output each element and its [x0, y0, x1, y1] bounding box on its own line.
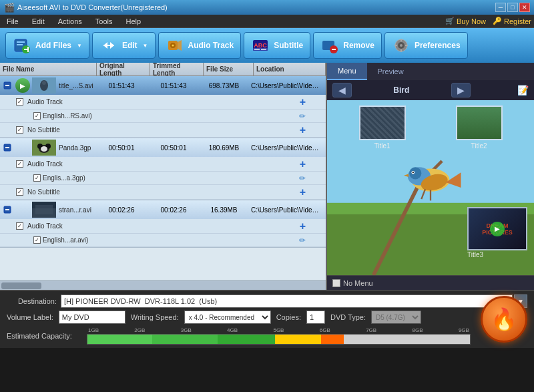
remove-button[interactable]: Remove — [313, 32, 382, 59]
audio-track-button[interactable]: Audio Track — [158, 32, 242, 59]
title3-label: Title3 — [467, 251, 483, 258]
table-row[interactable]: ▶ title_...S.avi 01:51:43 01:51:43 698.7… — [0, 76, 326, 138]
preferences-button[interactable]: Preferences — [384, 32, 468, 59]
audio-checkbox-2[interactable]: ✓ — [16, 160, 23, 168]
no-menu-row: No Menu — [327, 275, 534, 290]
writing-speed-label: Writing Speed: — [131, 313, 179, 321]
add-audio-button-3[interactable]: + — [300, 220, 306, 232]
cap-seg-2 — [152, 335, 217, 344]
volume-label: Volume Label: — [7, 313, 53, 321]
menu-right-actions: 🛒 Buy Now 🔑 Register — [445, 17, 531, 25]
menu-edit[interactable]: Edit — [28, 15, 49, 27]
audio-checkbox-3[interactable]: ✓ — [16, 222, 23, 230]
no-menu-label: No Menu — [343, 279, 373, 287]
edit-icon — [99, 36, 118, 55]
copies-label: Copies: — [276, 313, 301, 321]
preview-edit-icon[interactable]: 📝 — [517, 85, 529, 95]
menu-bar: File Edit Actions Tools Help 🛒 Buy Now 🔑… — [0, 15, 534, 28]
menu-tools[interactable]: Tools — [91, 15, 117, 27]
edit-button[interactable]: Edit ▼ — [92, 32, 156, 59]
table-row[interactable]: stran...r.avi 00:02:26 00:02:26 16.39MB … — [0, 200, 326, 248]
bottom-panel: Destination: ▼ Volume Label: Writing Spe… — [0, 290, 534, 348]
app-icon: 🎬 — [4, 3, 15, 13]
dvd-type-select[interactable]: D5 (4.7G) — [371, 311, 421, 324]
orig-len-3: 00:02:26 — [95, 206, 148, 214]
audio-checkbox-area-3: ✓ Audio Track — [16, 222, 63, 230]
audio-lang-checkbox-3[interactable]: ✓ — [33, 236, 41, 244]
tab-preview[interactable]: Preview — [367, 63, 415, 80]
table-row[interactable]: Panda.3gp 00:50:01 00:50:01 180.69MB C:\… — [0, 138, 326, 200]
audio-lang-checkbox-2[interactable]: ✓ — [33, 174, 41, 182]
cap-seg-6 — [344, 335, 470, 344]
next-arrow[interactable]: ▶ — [451, 83, 471, 97]
header-trim-len: Trimmed Length — [150, 63, 204, 75]
location-2: C:\Users\Public\Videos\ais... — [248, 144, 324, 152]
capacity-bar-area: 1GB 2GB 3GB 4GB 5GB 6GB 7GB 8GB 9GB — [87, 327, 471, 345]
audio-track-icon — [166, 36, 184, 55]
audio-checkbox-area-2: ✓ Audio Track — [16, 160, 63, 168]
file-row-main-2[interactable]: Panda.3gp 00:50:01 00:50:01 180.69MB C:\… — [0, 138, 326, 157]
play-icon-1[interactable]: ▶ — [15, 78, 30, 93]
subtitle-checkbox-2[interactable]: ✓ — [16, 188, 23, 196]
title3-thumb[interactable]: DREAMPICTURES ▶ Title3 — [467, 207, 527, 258]
no-menu-checkbox[interactable] — [332, 279, 340, 287]
menu-actions[interactable]: Actions — [54, 15, 86, 27]
maximize-button[interactable]: □ — [507, 3, 518, 12]
edit-audio-button-1[interactable]: ✏ — [299, 112, 306, 121]
add-subtitle-button-1[interactable]: + — [300, 124, 306, 136]
horizontal-scrollbar[interactable] — [0, 280, 326, 290]
add-audio-button-1[interactable]: + — [300, 96, 306, 108]
audio-track-row-2: ✓ Audio Track + — [0, 157, 326, 172]
title-thumbnails: Title1 Title2 — [334, 106, 527, 150]
menu-help[interactable]: Help — [121, 15, 145, 27]
preferences-icon — [392, 36, 411, 55]
audio-lang-row-2: ✓ Englis...a.3gp) ✏ — [0, 172, 326, 185]
svg-rect-40 — [5, 209, 9, 210]
close-button[interactable]: ✕ — [519, 3, 530, 12]
file-row-main-1[interactable]: ▶ title_...S.avi 01:51:43 01:51:43 698.7… — [0, 76, 326, 95]
prev-arrow[interactable]: ◀ — [332, 83, 352, 97]
svg-rect-25 — [394, 45, 397, 46]
preview-tabs: Menu Preview — [327, 63, 534, 80]
file-row-main-3[interactable]: stran...r.avi 00:02:26 00:02:26 16.39MB … — [0, 200, 326, 219]
audio-track-row-3: ✓ Audio Track + — [0, 219, 326, 234]
menu-file[interactable]: File — [3, 15, 23, 27]
volume-input[interactable] — [59, 311, 125, 324]
row-collapse-icon-2 — [1, 144, 13, 152]
svg-rect-15 — [254, 49, 260, 50]
burn-button[interactable]: 🔥 — [481, 296, 527, 343]
writing-speed-select[interactable]: x 4.0 - Recommended — [184, 311, 271, 324]
subtitle-button[interactable]: ABC Subtitle — [244, 32, 310, 59]
register-button[interactable]: 🔑 Register — [493, 17, 531, 25]
subtitle-row-2: ✓ No Subtitle + — [0, 185, 326, 200]
buy-now-button[interactable]: 🛒 Buy Now — [445, 17, 486, 25]
svg-marker-8 — [103, 42, 107, 49]
destination-label: Destination: — [7, 297, 57, 305]
add-files-icon — [13, 36, 31, 55]
title2-thumb[interactable]: Title2 — [456, 106, 503, 150]
edit-audio-button-2[interactable]: ✏ — [299, 174, 306, 183]
thumbnail-1 — [32, 77, 56, 93]
scrollbar-thumb[interactable] — [1, 282, 41, 289]
edit-audio-button-3[interactable]: ✏ — [299, 236, 306, 245]
svg-rect-33 — [5, 147, 9, 148]
subtitle-checkbox-1[interactable]: ✓ — [16, 126, 23, 134]
svg-rect-16 — [261, 49, 266, 50]
add-audio-button-2[interactable]: + — [300, 158, 306, 170]
add-files-button[interactable]: Add Files ▼ — [5, 32, 89, 59]
add-subtitle-button-2[interactable]: + — [300, 186, 306, 198]
cap-seg-5 — [321, 335, 344, 344]
copies-input[interactable] — [306, 311, 325, 324]
audio-lang-checkbox-1[interactable]: ✓ — [33, 112, 41, 120]
file-list-body: ▶ title_...S.avi 01:51:43 01:51:43 698.7… — [0, 76, 326, 280]
title1-thumb[interactable]: Title1 — [359, 106, 406, 150]
destination-input[interactable] — [61, 295, 513, 308]
title2-label: Title2 — [471, 142, 487, 150]
title3-play-button[interactable]: ▶ — [490, 222, 505, 236]
orig-len-1: 01:51:43 — [95, 82, 148, 89]
filename-2: Panda.3gp — [59, 144, 95, 152]
minimize-button[interactable]: ─ — [495, 3, 506, 12]
preview-nav: ◀ Bird ▶ 📝 — [327, 80, 534, 100]
tab-menu[interactable]: Menu — [327, 63, 367, 80]
audio-checkbox-1[interactable]: ✓ — [16, 98, 23, 106]
